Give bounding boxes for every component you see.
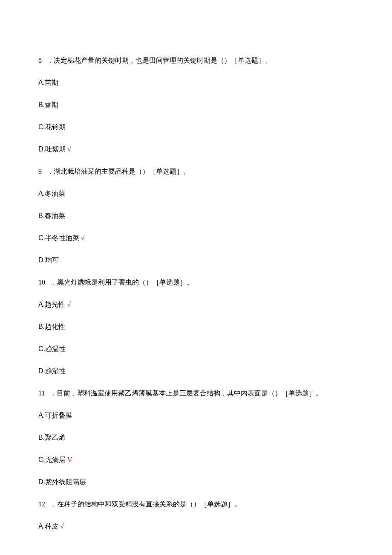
option-a: A.可折叠膜	[38, 410, 354, 421]
option-a: A.冬油菜	[38, 189, 354, 199]
question-number: 11	[38, 389, 45, 397]
question-11: 11 ．目前，塑料温室使用聚乙烯薄膜基本上是三层复合结构，其中内表面是（）［单选…	[38, 388, 354, 398]
question-number: 8	[38, 57, 42, 64]
option-text: 种皮	[45, 523, 58, 530]
option-b: B.趋化性	[38, 322, 354, 332]
option-label: A.	[38, 412, 45, 419]
option-c: C.无滴层V	[38, 455, 354, 465]
option-label: C.	[38, 456, 45, 463]
option-d: D.吐絮期√	[38, 144, 354, 154]
spacer	[42, 168, 47, 175]
spacer	[42, 57, 47, 64]
option-text: 苗期	[45, 79, 58, 86]
spacer	[45, 500, 50, 508]
option-text: 冬油菜	[45, 190, 65, 197]
question-text: ．决定棉花产量的关键时期，也是田间管理的关键时期是（）［单选题］。	[47, 57, 272, 64]
option-d: D.趋湿性	[38, 366, 354, 376]
correct-mark-icon: √	[67, 301, 71, 308]
option-label: A.	[38, 79, 45, 86]
question-8: 8 ．决定棉花产量的关键时期，也是田间管理的关键时期是（）［单选题］。	[38, 55, 354, 66]
spacer	[45, 389, 50, 397]
option-text: 吐絮期	[45, 145, 66, 153]
option-label: D.	[38, 367, 45, 375]
option-text: 无滴层	[45, 456, 66, 463]
option-label: C.	[38, 123, 45, 131]
option-b: B.春油菜	[38, 211, 354, 221]
question-number: 12	[38, 500, 45, 508]
option-label: D	[38, 256, 43, 264]
option-label: A.	[38, 301, 45, 308]
option-c: C.花铃期	[38, 122, 354, 132]
option-c: C.趋温性	[38, 344, 354, 354]
question-text: ．在种子的结构中和双受精没有直接关系的是（）［单选题］。	[50, 500, 241, 508]
option-text: 均可	[43, 256, 59, 264]
question-number: 9	[38, 168, 42, 175]
option-text: 趋湿性	[45, 367, 66, 375]
option-text: 聚乙烯	[45, 434, 65, 441]
option-text: 紫外线阻隔层	[45, 478, 86, 485]
question-12: 12 ．在种子的结构中和双受精没有直接关系的是（）［单选题］。	[38, 499, 354, 509]
option-label: C.	[38, 234, 45, 241]
question-9: 9 ．湖北栽培油菜的主要品种是（）［单选题］。	[38, 166, 354, 177]
option-b: B.聚乙烯	[38, 433, 354, 443]
option-text: 趋温性	[45, 345, 66, 352]
option-label: A.	[38, 523, 45, 530]
spacer	[45, 279, 50, 286]
correct-mark-icon: V	[67, 456, 72, 463]
question-text: ．黑光灯诱蛾是利用了害虫的（）［单选题］。	[50, 279, 193, 286]
option-a: A.种皮√	[38, 521, 354, 532]
option-label: D.	[38, 478, 45, 485]
option-text: 可折叠膜	[45, 412, 72, 419]
option-text: 半冬性油菜	[45, 234, 79, 241]
option-text: 趋化性	[45, 323, 65, 330]
option-b: B.蕾期	[38, 100, 354, 110]
option-text: 蕾期	[45, 101, 58, 108]
question-10: 10 ．黑光灯诱蛾是利用了害虫的（）［单选题］。	[38, 277, 354, 288]
option-c: C.半冬性油菜√	[38, 233, 354, 243]
option-label: D.	[38, 145, 45, 153]
option-label: B.	[38, 434, 45, 441]
question-text: ．湖北栽培油菜的主要品种是（）［单选题］。	[47, 168, 190, 175]
option-text: 趋光性	[45, 301, 65, 308]
correct-mark-icon: √	[67, 145, 71, 153]
option-a: A.苗期	[38, 78, 354, 88]
option-a: A.趋光性√	[38, 299, 354, 310]
correct-mark-icon: √	[81, 234, 85, 241]
option-label: B.	[38, 101, 45, 108]
option-d: D.紫外线阻隔层	[38, 477, 354, 487]
correct-mark-icon: √	[60, 523, 64, 530]
option-label: B.	[38, 323, 45, 330]
option-label: A.	[38, 190, 45, 197]
question-text: ．目前，塑料温室使用聚乙烯薄膜基本上是三层复合结构，其中内表面是（）［单选题］。	[50, 389, 323, 397]
option-text: 春油菜	[45, 212, 65, 219]
question-number: 10	[38, 279, 45, 286]
option-text: 花铃期	[45, 123, 66, 131]
option-label: C.	[38, 345, 45, 352]
option-label: B.	[38, 212, 45, 219]
option-d: D 均可	[38, 255, 354, 265]
